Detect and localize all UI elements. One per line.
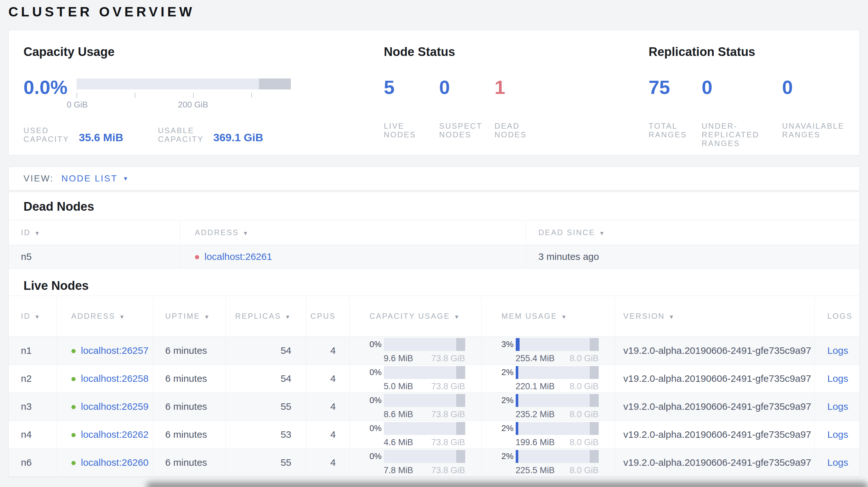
column-header-dead-since[interactable]: DEAD SINCE▼	[526, 220, 859, 245]
live-node-row: n1localhost:262576 minutes544 0% 9.6 MiB…	[9, 337, 859, 365]
node-address-link[interactable]: localhost:26257	[81, 345, 149, 356]
node-address-link[interactable]: localhost:26258	[81, 373, 149, 384]
usage-bar	[516, 366, 599, 379]
node-address-link[interactable]: localhost:26260	[81, 457, 149, 468]
usage-used-value: 235.2 MiB	[516, 410, 555, 419]
logs-cell: Logs	[814, 421, 859, 449]
column-header-cpus: CPUS	[306, 296, 349, 337]
usage-cell-memory: 2% 199.6 MiB 8.0 GiB	[481, 421, 615, 449]
node-status-heading: Node Status	[384, 44, 649, 59]
usage-bar	[516, 338, 599, 351]
usage-bar	[384, 366, 465, 379]
column-header-address[interactable]: ADDRESS▼	[180, 220, 526, 245]
node-address-link[interactable]: localhost:26261	[205, 251, 272, 262]
usage-bar-reserved-segment	[590, 338, 599, 351]
usage-bar-fill	[516, 338, 520, 351]
usage-bar-fill	[516, 366, 518, 379]
column-header-uptime[interactable]: UPTIME▼	[153, 296, 225, 337]
live-node-row: n2localhost:262586 minutes544 0% 5.0 MiB…	[9, 365, 859, 393]
usage-bar	[516, 422, 599, 435]
dead-nodes-header-row: ID▼ADDRESS▼DEAD SINCE▼	[9, 220, 859, 245]
column-header-capacity-usage[interactable]: CAPACITY USAGE▼	[349, 296, 481, 337]
column-header-id[interactable]: ID▼	[9, 296, 57, 337]
live-nodes-table: ID▼ADDRESS▼UPTIME▼REPLICAS▼CPUSCAPACITY …	[9, 296, 859, 477]
usage-total-value: 73.8 GiB	[431, 354, 465, 363]
used-capacity-metric: USED CAPACITY 35.6 MiB	[24, 126, 158, 143]
usage-meter: 2% 225.5 MiB 8.0 GiB	[502, 450, 615, 476]
live-nodes-heading: Live Nodes	[9, 268, 859, 293]
stat-value: 1	[494, 78, 550, 97]
version-cell: v19.2.0-alpha.20190606-2491-gfe735c9a97	[615, 421, 814, 449]
used-capacity-label: USED CAPACITY	[24, 126, 79, 143]
column-header-replicas[interactable]: REPLICAS▼	[225, 296, 306, 337]
column-header-address[interactable]: ADDRESS▼	[57, 296, 153, 337]
version-cell: v19.2.0-alpha.20190606-2491-gfe735c9a97	[615, 393, 814, 421]
view-dropdown[interactable]: NODE LIST ▼	[61, 173, 129, 184]
usage-meter: 2% 199.6 MiB 8.0 GiB	[502, 422, 615, 448]
live-nodes-header-row: ID▼ADDRESS▼UPTIME▼REPLICAS▼CPUSCAPACITY …	[9, 296, 859, 337]
usage-bar-reserved-segment	[590, 394, 599, 407]
live-node-row: n3localhost:262596 minutes554 0% 8.6 MiB…	[9, 393, 859, 421]
view-selected-value: NODE LIST	[61, 173, 118, 184]
stat-value: 0	[702, 78, 782, 97]
stat-value: 0	[782, 78, 858, 97]
stat-label: LIVE NODES	[384, 122, 426, 139]
node-live-status-icon	[71, 349, 75, 353]
live-node-row: n6localhost:262606 minutes554 0% 7.8 MiB…	[9, 449, 859, 477]
usage-bar-fill	[516, 394, 518, 407]
stat-value: 75	[649, 78, 702, 97]
version-cell: v19.2.0-alpha.20190606-2491-gfe735c9a97	[615, 337, 814, 365]
usage-total-value: 8.0 GiB	[569, 465, 598, 476]
node-address-link[interactable]: localhost:26259	[81, 401, 149, 412]
cpus-cell: 4	[306, 337, 349, 365]
usage-total-value: 8.0 GiB	[569, 437, 598, 448]
usage-used-value: 8.6 MiB	[384, 410, 413, 419]
cpus-cell: 4	[306, 365, 349, 393]
sort-desc-icon: ▼	[561, 314, 567, 320]
usage-bar-fill	[516, 450, 518, 463]
usage-cell-memory: 2% 235.2 MiB 8.0 GiB	[481, 393, 615, 421]
stat-label: TOTAL RANGES	[649, 122, 690, 139]
column-header-mem-usage[interactable]: MEM USAGE▼	[481, 296, 615, 337]
logs-link[interactable]: Logs	[828, 345, 848, 356]
usage-bar	[516, 394, 599, 407]
uptime-cell: 6 minutes	[153, 421, 225, 449]
logs-link[interactable]: Logs	[828, 373, 848, 384]
usage-total-value: 73.8 GiB	[431, 410, 465, 419]
usage-cell-memory: 3% 255.4 MiB 8.0 GiB	[481, 337, 615, 365]
sort-desc-icon: ▼	[34, 230, 41, 236]
usage-total-value: 8.0 GiB	[569, 354, 598, 363]
logs-link[interactable]: Logs	[828, 401, 848, 412]
live-node-row: n4localhost:262626 minutes534 0% 4.6 MiB…	[9, 421, 859, 449]
node-id-cell: n2	[9, 365, 57, 393]
usage-total-value: 8.0 GiB	[569, 410, 598, 419]
node-address-link[interactable]: localhost:26262	[81, 429, 149, 440]
sort-desc-icon: ▼	[454, 314, 460, 320]
logs-cell: Logs	[814, 393, 859, 421]
logs-cell: Logs	[814, 365, 859, 393]
nodes-panel: Dead Nodes ID▼ADDRESS▼DEAD SINCE▼ n5loca…	[8, 192, 860, 477]
usage-bar-reserved-segment	[456, 394, 465, 407]
summary-stat: 0 UNDER-REPLICATED RANGES	[702, 78, 782, 148]
address-cell: localhost:26257	[57, 337, 153, 365]
node-status-section: Node Status 5 LIVE NODES 0 SUSPECT NODES…	[384, 30, 649, 155]
usable-capacity-label: USABLE CAPACITY	[158, 126, 213, 143]
logs-link[interactable]: Logs	[828, 429, 848, 440]
column-header-version[interactable]: VERSION▼	[615, 296, 814, 337]
node-live-status-icon	[71, 461, 75, 465]
logs-link[interactable]: Logs	[828, 457, 848, 468]
node-live-status-icon	[71, 377, 75, 381]
summary-stat: 0 UNAVAILABLE RANGES	[782, 78, 858, 148]
column-header-id[interactable]: ID▼	[9, 220, 180, 245]
usage-total-value: 8.0 GiB	[569, 382, 598, 391]
sort-desc-icon: ▼	[285, 314, 291, 320]
stat-value: 0	[439, 78, 494, 97]
usage-meter: 2% 220.1 MiB 8.0 GiB	[502, 366, 615, 391]
usage-used-value: 7.8 MiB	[384, 465, 413, 476]
replicas-cell: 54	[225, 337, 306, 365]
usage-percent: 0%	[370, 451, 384, 461]
usage-total-value: 73.8 GiB	[431, 382, 465, 391]
usage-percent: 2%	[502, 423, 516, 433]
address-cell: localhost:26259	[57, 393, 153, 421]
replicas-cell: 55	[225, 393, 306, 421]
